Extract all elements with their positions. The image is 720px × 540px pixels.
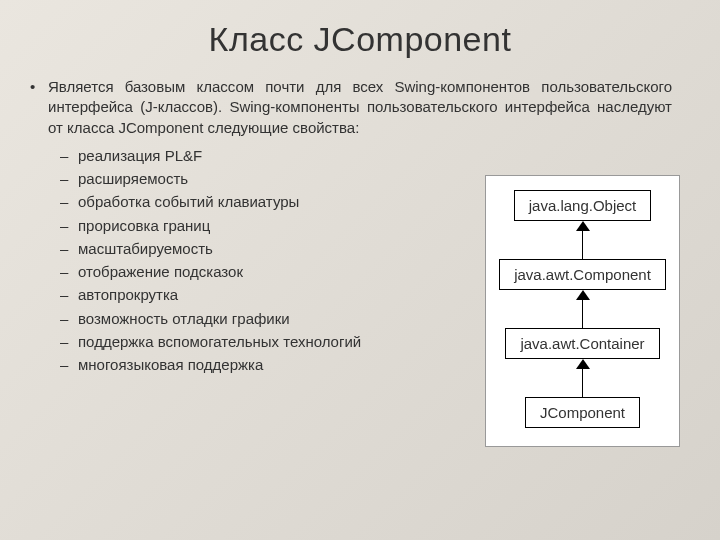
intro-paragraph: Является базовым классом почти для всех … (48, 77, 672, 138)
hierarchy-box: java.lang.Object (514, 190, 652, 221)
hierarchy-box: java.awt.Container (505, 328, 659, 359)
inheritance-arrow (576, 290, 590, 328)
inheritance-arrow (576, 221, 590, 259)
list-item: реализация PL&F (78, 144, 672, 167)
hierarchy-box: java.awt.Component (499, 259, 666, 290)
slide-title: Класс JComponent (0, 0, 720, 77)
hierarchy-box: JComponent (525, 397, 640, 428)
class-hierarchy-diagram: java.lang.Object java.awt.Component java… (485, 175, 680, 447)
inheritance-arrow (576, 359, 590, 397)
